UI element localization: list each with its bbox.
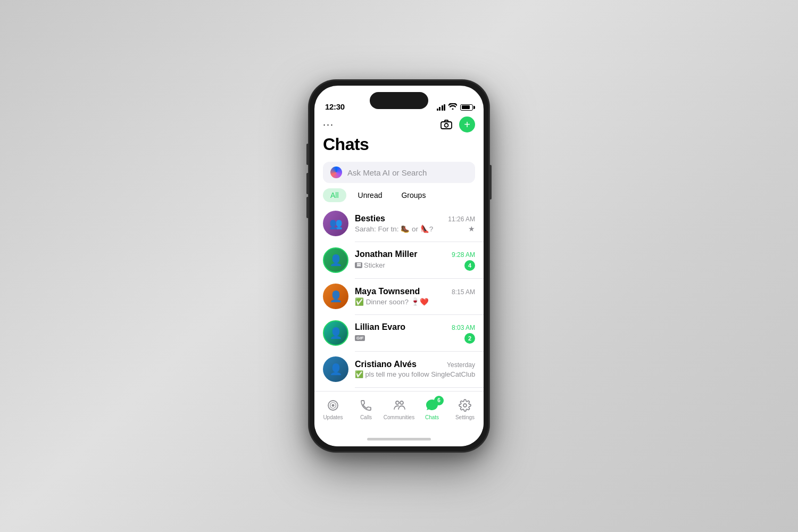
nav-communities-icon-wrap <box>390 398 408 413</box>
meta-ai-icon <box>330 167 342 178</box>
communities-icon <box>393 399 405 412</box>
chat-name-lillian: Lillian Evaro <box>355 322 405 332</box>
nav-updates-icon-wrap <box>325 398 342 413</box>
chat-item-lillian[interactable]: 👤 Lillian Evaro 8:03 AM GIF 2 <box>314 315 484 351</box>
sticker-tag: 🖼 <box>355 262 362 268</box>
home-bar <box>367 438 431 440</box>
signal-bar-1 <box>437 109 438 111</box>
updates-icon <box>327 399 339 412</box>
camera-button[interactable] <box>439 117 454 132</box>
chat-preview-cristiano: ✅ pls tell me you follow SingleCatClub C… <box>355 370 475 379</box>
home-indicator <box>314 431 484 446</box>
svg-point-6 <box>400 401 403 404</box>
star-icon-besties: ★ <box>468 225 475 233</box>
nav-updates-label: Updates <box>323 414 343 420</box>
chat-content-cristiano: Cristiano Alvés Yesterday ✅ pls tell me … <box>355 360 475 379</box>
avatar-besties: 👥 <box>323 211 348 236</box>
nav-communities-label: Communities <box>384 414 414 420</box>
nav-settings-icon-wrap <box>456 398 473 413</box>
signal-bar-3 <box>442 105 443 111</box>
signal-icon <box>437 104 446 111</box>
page-title: Chats <box>323 135 475 154</box>
chat-name-maya: Maya Townsend <box>355 287 420 296</box>
chat-name-cristiano: Cristiano Alvés <box>355 360 417 369</box>
nav-communities[interactable]: Communities <box>383 398 415 420</box>
chat-content-jonathan: Jonathan Miller 9:28 AM 🖼 Sticker 4 <box>355 250 475 271</box>
signal-bar-4 <box>444 104 445 111</box>
nav-settings-label: Settings <box>455 414 475 420</box>
chat-top-lillian: Lillian Evaro 8:03 AM <box>355 322 475 332</box>
signal-bar-2 <box>439 107 440 111</box>
search-placeholder: Ask Meta AI or Search <box>347 168 427 177</box>
search-bar[interactable]: Ask Meta AI or Search <box>323 162 475 183</box>
nav-settings[interactable]: Settings <box>448 398 481 420</box>
calls-icon <box>360 399 372 412</box>
more-button[interactable]: ··· <box>323 119 334 130</box>
filter-tabs: All Unread Groups <box>314 188 484 202</box>
avatar-lillian: 👤 <box>323 320 348 346</box>
chat-list: 👥 Besties 11:26 AM Sarah: For tn: 🥾 or 👠… <box>314 205 484 391</box>
chat-time-lillian: 8:03 AM <box>452 324 475 331</box>
svg-point-3 <box>332 404 335 406</box>
dynamic-island <box>370 92 428 109</box>
badge-jonathan: 4 <box>464 260 475 271</box>
avatar-cristiano-icon: 👤 <box>323 356 348 382</box>
add-button[interactable]: + <box>459 117 475 132</box>
chat-top-besties: Besties 11:26 AM <box>355 214 475 223</box>
tab-all[interactable]: All <box>323 188 346 202</box>
tab-unread[interactable]: Unread <box>351 188 390 202</box>
nav-chats[interactable]: 6 Chats <box>415 398 448 420</box>
chat-top-maya: Maya Townsend 8:15 AM <box>355 287 475 296</box>
svg-rect-0 <box>441 122 452 129</box>
chat-preview-jonathan: 🖼 Sticker <box>355 261 464 269</box>
settings-icon <box>459 399 471 412</box>
bottom-nav: Updates Calls <box>314 391 484 431</box>
camera-icon <box>440 120 452 129</box>
chat-name-jonathan: Jonathan Miller <box>355 250 417 259</box>
avatar-besties-icon: 👥 <box>323 211 348 236</box>
nav-calls[interactable]: Calls <box>350 398 383 420</box>
status-icons <box>437 103 473 111</box>
nav-chats-icon-wrap: 6 <box>423 398 440 413</box>
chat-top-jonathan: Jonathan Miller 9:28 AM <box>355 250 475 259</box>
chat-item-cristiano[interactable]: 👤 Cristiano Alvés Yesterday ✅ pls tell m… <box>314 351 484 387</box>
nav-updates[interactable]: Updates <box>317 398 350 420</box>
avatar-lillian-icon: 👤 <box>324 321 347 345</box>
chat-bottom-cristiano: ✅ pls tell me you follow SingleCatClub C… <box>355 370 475 379</box>
chat-name-besties: Besties <box>355 214 385 223</box>
chats-header: ··· + Chats <box>314 114 484 159</box>
chat-bottom-besties: Sarah: For tn: 🥾 or 👠? ★ <box>355 225 475 233</box>
chat-time-maya: 8:15 AM <box>452 288 475 296</box>
avatar-maya: 👤 <box>323 284 348 309</box>
chat-item-besties[interactable]: 👥 Besties 11:26 AM Sarah: For tn: 🥾 or 👠… <box>314 205 484 242</box>
chat-bottom-jonathan: 🖼 Sticker 4 <box>355 260 475 271</box>
chat-preview-maya: ✅ Dinner soon? 🍷❤️ <box>355 297 475 306</box>
chat-item-maya[interactable]: 👤 Maya Townsend 8:15 AM ✅ Dinner soon? 🍷… <box>314 278 484 314</box>
tab-groups[interactable]: Groups <box>394 188 433 202</box>
chats-nav-badge: 6 <box>434 396 444 405</box>
avatar-cristiano: 👤 <box>323 356 348 382</box>
svg-point-1 <box>445 123 448 127</box>
chat-time-besties: 11:26 AM <box>448 215 475 223</box>
header-icons: ··· + <box>323 117 475 132</box>
battery-icon <box>460 104 473 111</box>
nav-calls-label: Calls <box>360 414 372 420</box>
avatar-maya-icon: 👤 <box>323 284 348 309</box>
phone-screen: 12:30 <box>314 86 484 446</box>
chat-preview-lillian: GIF <box>355 335 464 341</box>
svg-point-5 <box>396 401 399 404</box>
nav-chats-label: Chats <box>425 414 439 420</box>
phone-frame: 12:30 <box>309 80 489 452</box>
status-time: 12:30 <box>325 102 345 111</box>
chat-top-cristiano: Cristiano Alvés Yesterday <box>355 360 475 369</box>
chat-bottom-lillian: GIF 2 <box>355 333 475 344</box>
chat-bottom-maya: ✅ Dinner soon? 🍷❤️ <box>355 297 475 306</box>
chat-item-jonathan[interactable]: 👤 Jonathan Miller 9:28 AM 🖼 Sticker 4 <box>314 242 484 278</box>
chat-content-lillian: Lillian Evaro 8:03 AM GIF 2 <box>355 322 475 344</box>
chat-content-besties: Besties 11:26 AM Sarah: For tn: 🥾 or 👠? … <box>355 214 475 233</box>
gif-tag: GIF <box>355 335 365 341</box>
nav-calls-icon-wrap <box>358 398 375 413</box>
chat-time-cristiano: Yesterday <box>447 361 475 369</box>
battery-fill <box>462 105 470 109</box>
wifi-icon <box>448 103 457 111</box>
